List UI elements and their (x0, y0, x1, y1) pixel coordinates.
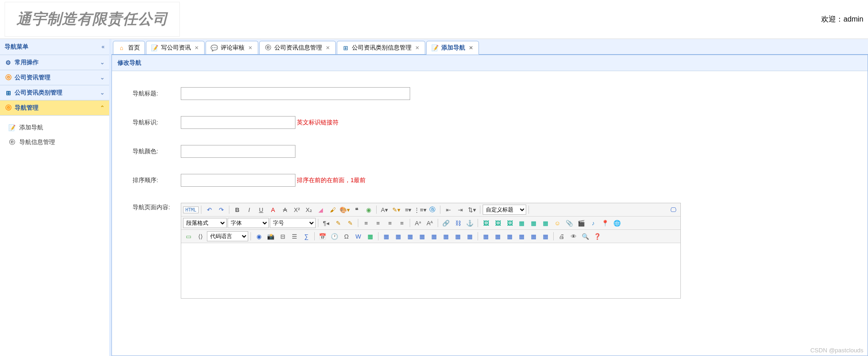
align-justify-icon[interactable]: ≡ (396, 218, 407, 228)
sidebar-item-common-ops[interactable]: ⚙常用操作 ⌄ (0, 55, 109, 70)
align-right-icon[interactable]: ≡ (384, 218, 395, 228)
print-icon[interactable]: 🖨 (556, 231, 567, 241)
italic-icon[interactable]: I (244, 205, 255, 215)
row-after-icon[interactable]: ▦ (417, 231, 428, 241)
image-right-icon[interactable]: ▦ (540, 218, 551, 228)
outdent-icon[interactable]: ⇥ (455, 205, 466, 215)
remote-image-icon[interactable]: 🖼 (504, 218, 515, 228)
format-icon[interactable]: ◉ (363, 205, 374, 215)
sidebar-item-news-mgmt[interactable]: ⓔ公司资讯管理 ⌄ (0, 70, 109, 85)
image-center-icon[interactable]: ▦ (528, 218, 539, 228)
word-icon[interactable]: W (353, 231, 364, 241)
strike-icon[interactable]: ꓮ (279, 205, 290, 215)
close-icon[interactable]: ✕ (247, 45, 253, 51)
unlink-icon[interactable]: ⛓ (452, 218, 463, 228)
merge-right-icon[interactable]: ▦ (492, 231, 503, 241)
snapshot-icon[interactable]: 📸 (265, 231, 276, 241)
redo-icon[interactable]: ↷ (216, 205, 227, 215)
image-icon[interactable]: 🖼 (480, 218, 491, 228)
help-icon[interactable]: ❓ (592, 231, 603, 241)
tab-news-info-mgmt[interactable]: ⓔ 公司资讯信息管理 ✕ (259, 41, 336, 54)
video-icon[interactable]: 🎬 (576, 218, 587, 228)
merge-icon[interactable]: ▦ (480, 231, 491, 241)
nav-color-input[interactable] (181, 145, 295, 158)
tab-category-info-mgmt[interactable]: ⊞ 公司资讯类别信息管理 ✕ (337, 41, 425, 54)
pagebreak-icon[interactable]: ⊟ (277, 231, 288, 241)
hr-icon[interactable]: ▭ (183, 231, 194, 241)
code-lang-select[interactable]: 代码语言 (207, 231, 248, 241)
multi-image-icon[interactable]: 🖼 (492, 218, 503, 228)
checkbox-icon[interactable]: ⓐ (427, 205, 438, 215)
split-rows-icon[interactable]: ▦ (528, 231, 539, 241)
col-del-icon[interactable]: ▦ (464, 231, 475, 241)
editor-content-area[interactable] (181, 243, 680, 298)
align-left-icon[interactable]: ≡ (361, 218, 372, 228)
tab-home[interactable]: ⌂ 首页 (113, 41, 145, 54)
sidebar-item-category-mgmt[interactable]: ⊞公司资讯类别管理 ⌄ (0, 85, 109, 100)
align-center-icon[interactable]: ≡ (373, 218, 384, 228)
sort-order-input[interactable] (181, 174, 295, 187)
formula-icon[interactable]: ∑ (301, 231, 312, 241)
merge-down-icon[interactable]: ▦ (504, 231, 515, 241)
ltr-icon[interactable]: ¶◂ (321, 218, 332, 228)
sidebar-sub-nav-info[interactable]: ⓔ 导航信息管理 (0, 135, 109, 150)
split-cols-icon[interactable]: ▦ (540, 231, 551, 241)
fontcolor-icon[interactable]: A (267, 205, 278, 215)
tab-add-nav[interactable]: 📝 添加导航 ✕ (426, 41, 479, 55)
date-icon[interactable]: 📅 (317, 231, 328, 241)
code-icon[interactable]: ⟨⟩ (195, 231, 206, 241)
sidebar-sub-add-nav[interactable]: 📝 添加导航 (0, 120, 109, 135)
template-icon[interactable]: ☰ (289, 231, 300, 241)
lowercase-icon[interactable]: Aᴬ (424, 218, 435, 228)
close-icon[interactable]: ✕ (468, 45, 474, 51)
case-icon[interactable]: ✎ (345, 218, 356, 228)
font-select[interactable]: 字体 (228, 218, 269, 228)
forecolor-icon[interactable]: A▾ (379, 205, 390, 215)
close-icon[interactable]: ✕ (414, 45, 420, 51)
excel-icon[interactable]: ▦ (365, 231, 376, 241)
attachment-icon[interactable]: 📎 (564, 218, 575, 228)
preview-icon[interactable]: 👁 (568, 231, 579, 241)
link-icon[interactable]: 🔗 (440, 218, 451, 228)
table-del-icon[interactable]: ▦ (393, 231, 404, 241)
anchor-icon[interactable]: ⚓ (464, 218, 475, 228)
paragraph-select[interactable]: 段落格式 (183, 218, 227, 228)
split-cell-icon[interactable]: ▦ (516, 231, 527, 241)
row-before-icon[interactable]: ▦ (405, 231, 416, 241)
tab-write-news[interactable]: 📝 写公司资讯 ✕ (146, 41, 205, 54)
baidu-icon[interactable]: 🌐 (612, 218, 623, 228)
unordered-list-icon[interactable]: ⋮≡▾ (415, 205, 426, 215)
sidebar-item-nav-mgmt[interactable]: ⓔ导航管理 ⌃ (0, 100, 109, 116)
collapse-icon[interactable]: « (101, 44, 105, 50)
eraser-icon[interactable]: ◢ (315, 205, 326, 215)
bold-icon[interactable]: B (232, 205, 243, 215)
fullscreen-icon[interactable]: 🖵 (668, 205, 679, 215)
ordered-list-icon[interactable]: ≡▾ (403, 205, 414, 215)
table-icon[interactable]: ▦ (381, 231, 392, 241)
time-icon[interactable]: 🕐 (329, 231, 340, 241)
omega-icon[interactable]: Ω (341, 231, 352, 241)
spechar-icon[interactable]: ◉ (253, 231, 264, 241)
close-icon[interactable]: ✕ (325, 45, 331, 51)
image-align-icon[interactable]: ▦ (516, 218, 527, 228)
html-source-button[interactable]: HTML (183, 206, 199, 213)
find-icon[interactable]: 🔍 (580, 231, 591, 241)
tab-comment-review[interactable]: 💬 评论审核 ✕ (206, 41, 258, 54)
uppercase-icon[interactable]: Aᵃ (412, 218, 423, 228)
row-del-icon[interactable]: ▦ (428, 231, 440, 241)
undo-icon[interactable]: ↶ (204, 205, 215, 215)
superscript-icon[interactable]: X² (291, 205, 302, 215)
quote-icon[interactable]: ❝ (351, 205, 362, 215)
rtl-icon[interactable]: ✎ (333, 218, 344, 228)
nav-ident-input[interactable] (181, 116, 295, 129)
indent-icon[interactable]: ⇤ (443, 205, 454, 215)
close-icon[interactable]: ✕ (194, 45, 200, 51)
underline-icon[interactable]: U (256, 205, 267, 215)
subscript-icon[interactable]: X₂ (303, 205, 314, 215)
palette-icon[interactable]: 🎨▾ (339, 205, 350, 215)
music-icon[interactable]: ♪ (588, 218, 599, 228)
brush-icon[interactable]: 🖌 (327, 205, 338, 215)
col-after-icon[interactable]: ▦ (452, 231, 463, 241)
emoji-icon[interactable]: ☺ (552, 218, 563, 228)
custom-title-select[interactable]: 自定义标题 (483, 205, 526, 215)
